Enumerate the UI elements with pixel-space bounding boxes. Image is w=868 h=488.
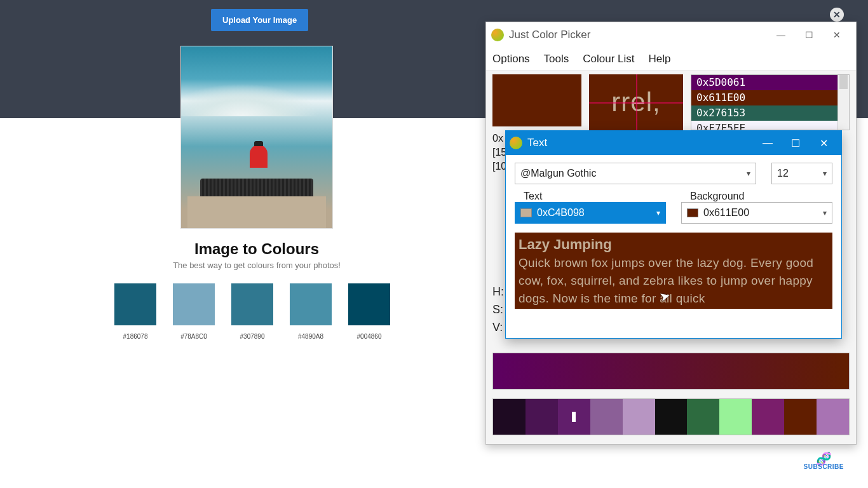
dna-icon: 🧬 xyxy=(804,454,844,463)
jcp-zoom-preview: rrel, xyxy=(589,74,683,130)
text-close-button[interactable]: ✕ xyxy=(810,133,837,152)
jcp-title-text: Just Color Picker xyxy=(509,29,590,41)
jcp-color-list-scrollbar[interactable] xyxy=(837,75,849,130)
jcp-menubar: OptionsToolsColour ListHelp xyxy=(486,48,856,71)
upload-image-button[interactable]: Upload Your Image xyxy=(211,9,308,31)
text-color-swatch xyxy=(520,208,532,217)
text-app-icon xyxy=(510,137,522,149)
jcp-title-bar[interactable]: Just Color Picker — ☐ ✕ xyxy=(486,22,856,48)
preview-body: Quick brown fox jumps over the lazy dog.… xyxy=(519,254,829,308)
palette-swatch[interactable]: #004860 xyxy=(348,283,390,340)
scheme-palette-cell[interactable] xyxy=(526,399,558,435)
text-title-bar[interactable]: Text — ☐ ✕ xyxy=(506,131,841,155)
color-list-item[interactable]: 0x5D0061 xyxy=(691,75,849,90)
swatch-color xyxy=(114,283,156,325)
background-color-value: 0x611E00 xyxy=(703,207,749,219)
swatch-color xyxy=(173,283,215,325)
scheme-palette-cell[interactable] xyxy=(784,399,817,435)
scheme-palette-cell[interactable] xyxy=(655,399,688,435)
palette-swatches: #186078#78A8C0#307890#4890A8#004860 xyxy=(114,283,390,340)
text-color-label: Text xyxy=(515,184,666,202)
text-title-text: Text xyxy=(527,137,547,149)
font-family-select[interactable]: @Malgun Gothic ▾ xyxy=(515,163,756,184)
background-color-select[interactable]: 0x611E00 ▾ xyxy=(681,202,832,224)
subscribe-badge[interactable]: 🧬 SUBSCRIBE xyxy=(804,454,844,470)
chevron-down-icon: ▾ xyxy=(823,208,827,217)
swatch-hex-label: #004860 xyxy=(348,333,390,340)
hsv-label: S: xyxy=(492,301,504,318)
jcp-color-list[interactable]: 0x5D00610x611E000x2761530xF7F5FE xyxy=(691,74,850,130)
jcp-hsv-labels: H:S:V: xyxy=(492,283,504,336)
uploaded-image-preview xyxy=(180,46,333,229)
font-family-value: @Malgun Gothic xyxy=(520,168,596,179)
font-size-select[interactable]: 12 ▾ xyxy=(771,163,832,184)
swatch-color xyxy=(290,283,332,325)
scheme-palette-cell[interactable] xyxy=(687,399,719,435)
preview-heading: Lazy Jumping xyxy=(519,236,829,253)
jcp-gradient-bar[interactable] xyxy=(492,353,850,390)
scheme-palette-cell[interactable] xyxy=(558,399,590,435)
swatch-color xyxy=(348,283,390,325)
scheme-palette-cell[interactable] xyxy=(817,399,849,435)
jcp-maximize-button[interactable]: ☐ xyxy=(795,25,823,44)
palette-swatch[interactable]: #78A8C0 xyxy=(173,283,215,340)
swatch-hex-label: #78A8C0 xyxy=(173,333,215,340)
palette-swatch[interactable]: #4890A8 xyxy=(290,283,332,340)
jcp-menu-item[interactable]: Tools xyxy=(544,53,569,65)
scheme-palette-cell[interactable] xyxy=(719,399,752,435)
background-color-label: Background xyxy=(681,184,832,202)
jcp-menu-item[interactable]: Options xyxy=(492,53,530,65)
text-minimize-button[interactable]: — xyxy=(754,133,782,152)
jcp-current-color-swatch xyxy=(492,74,581,126)
text-color-select[interactable]: 0xC4B098 ▾ xyxy=(515,202,666,224)
jcp-app-icon xyxy=(491,29,504,41)
swatch-hex-label: #4890A8 xyxy=(290,333,332,340)
palette-swatch[interactable]: #307890 xyxy=(231,283,273,340)
scheme-palette-cell[interactable] xyxy=(752,399,784,435)
jcp-minimize-button[interactable]: — xyxy=(767,25,795,44)
chevron-down-icon: ▾ xyxy=(656,208,660,217)
just-color-picker-window: Just Color Picker — ☐ ✕ OptionsToolsColo… xyxy=(485,22,857,445)
chevron-down-icon: ▾ xyxy=(747,169,750,178)
subscribe-label: SUBSCRIBE xyxy=(804,463,844,470)
chevron-down-icon: ▾ xyxy=(823,169,827,178)
swatch-hex-label: #186078 xyxy=(114,333,156,340)
jcp-close-button[interactable]: ✕ xyxy=(823,25,851,44)
jcp-scheme-palette[interactable] xyxy=(492,398,850,435)
swatch-hex-label: #307890 xyxy=(231,333,273,340)
color-list-item[interactable]: 0x276153 xyxy=(691,105,849,121)
text-maximize-button[interactable]: ☐ xyxy=(782,133,810,152)
scheme-palette-cell[interactable] xyxy=(623,399,655,435)
page-subtitle: The best way to get colours from your ph… xyxy=(0,261,513,270)
text-color-value: 0xC4B098 xyxy=(537,207,585,219)
font-size-value: 12 xyxy=(777,168,789,179)
jcp-menu-item[interactable]: Help xyxy=(649,53,671,65)
color-list-item[interactable]: 0x611E00 xyxy=(691,90,849,105)
hsv-label: H: xyxy=(492,283,504,301)
page-title: Image to Colours xyxy=(0,240,513,258)
close-icon: ✕ xyxy=(833,10,841,20)
scheme-palette-cell[interactable] xyxy=(590,399,623,435)
scheme-palette-cell[interactable] xyxy=(493,399,526,435)
text-preview-panel: Lazy Jumping Quick brown fox jumps over … xyxy=(515,233,832,309)
jcp-menu-item[interactable]: Colour List xyxy=(583,53,634,65)
hsv-label: V: xyxy=(492,318,504,336)
palette-marker xyxy=(572,412,576,422)
swatch-color xyxy=(231,283,273,325)
color-list-item[interactable]: 0xF7F5FE xyxy=(691,121,849,130)
background-color-swatch xyxy=(687,208,698,217)
text-window: Text — ☐ ✕ @Malgun Gothic ▾ 12 ▾ Text 0x… xyxy=(505,130,842,339)
palette-swatch[interactable]: #186078 xyxy=(114,283,156,340)
page-close-button[interactable]: ✕ xyxy=(830,8,844,22)
